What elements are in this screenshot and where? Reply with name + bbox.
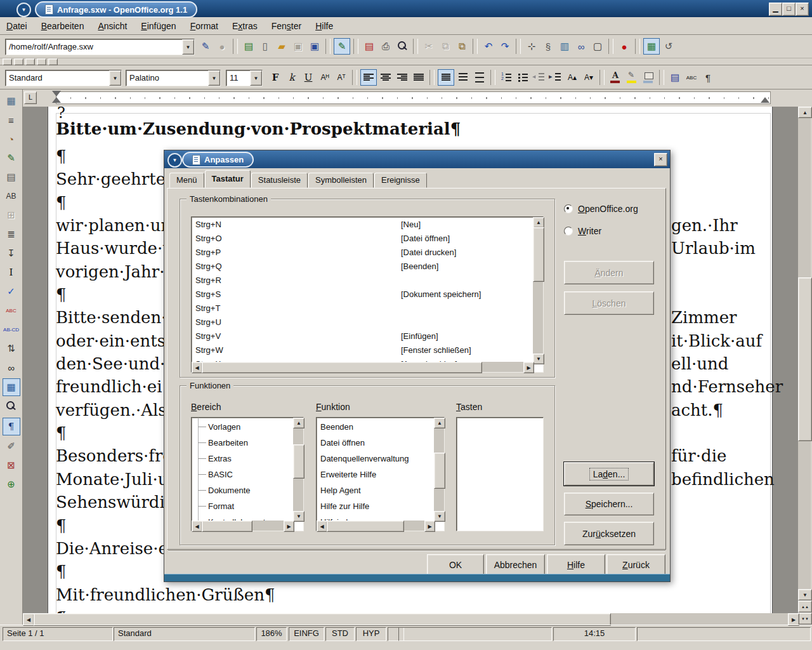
status-selection-mode[interactable]: STD: [325, 627, 355, 641]
radio-openoffice[interactable]: OpenOffice.org: [564, 204, 638, 214]
dialog-close-button[interactable]: ×: [654, 153, 667, 166]
shortcut-row[interactable]: Strg+R: [192, 274, 533, 288]
scrollbar-thumb[interactable]: [533, 227, 544, 282]
scroll-down-button[interactable]: ▼: [533, 354, 544, 364]
form-functions-icon[interactable]: ▤: [3, 169, 20, 185]
url-input[interactable]: /home/rolf/Anfrage.sxw: [6, 40, 182, 54]
indent-marker-bottom-icon[interactable]: [52, 97, 61, 103]
sort-icon[interactable]: ⇅: [3, 340, 20, 357]
status-hyperlink-mode[interactable]: HYP: [356, 627, 386, 641]
scrollbar-thumb[interactable]: [798, 277, 812, 441]
close-button[interactable]: ×: [796, 3, 809, 16]
save-all-icon[interactable]: ▣: [307, 39, 322, 54]
menu-hilfe[interactable]: Hilfe: [311, 20, 337, 32]
vertical-scrollbar[interactable]: ▲ ▼ ▲▲ ▼▼: [798, 107, 811, 625]
gallery-icon[interactable]: ▥: [557, 39, 572, 54]
scroll-right-button[interactable]: ▶: [424, 521, 435, 532]
scrollbar-thumb[interactable]: [293, 444, 304, 479]
change-button[interactable]: Ändern: [564, 261, 654, 284]
scrollbar-thumb[interactable]: [202, 521, 252, 532]
numbering-icon[interactable]: ≣: [3, 226, 20, 242]
list-hscrollbar[interactable]: ◀ ▶: [192, 521, 293, 531]
help-button[interactable]: Hilfe: [547, 554, 605, 575]
hyphenation-icon[interactable]: AB-CD: [3, 321, 20, 338]
shortcut-row[interactable]: Strg+Q [Beenden]: [192, 260, 533, 274]
cut-icon[interactable]: ✂: [421, 39, 436, 54]
data-sources-icon[interactable]: ▢: [590, 39, 605, 54]
data-sources-icon[interactable]: ▦: [3, 378, 20, 396]
decrease-indent-icon[interactable]: [532, 70, 547, 85]
list-item[interactable]: Kontrollelemente: [192, 514, 293, 521]
bereich-listbox[interactable]: VorlagenBearbeitenExtrasBASICDokumenteFo…: [191, 417, 304, 531]
new-doc-from-template-icon[interactable]: ▤: [241, 39, 256, 54]
tab-statusleiste[interactable]: Statusleiste: [251, 173, 308, 188]
save-button[interactable]: Speichern...: [564, 493, 654, 515]
load-button[interactable]: Laden...: [564, 462, 654, 486]
scroll-left-button[interactable]: ◀: [192, 521, 202, 532]
stylist-icon[interactable]: §: [540, 39, 556, 54]
delete-button[interactable]: Löschen: [564, 291, 654, 315]
status-pagestyle[interactable]: Standard: [114, 627, 255, 641]
find-replace-icon[interactable]: ∞: [3, 359, 20, 376]
scroll-left-button[interactable]: ◀: [192, 362, 202, 373]
list-item[interactable]: Erweiterte Hilfe: [317, 467, 434, 482]
fontsize-value[interactable]: 11: [226, 71, 250, 85]
scroll-down-button[interactable]: ▼: [434, 511, 445, 522]
numbered-list-icon[interactable]: [499, 70, 514, 85]
menu-extras[interactable]: Extras: [228, 20, 261, 32]
scrollbar-thumb[interactable]: [327, 521, 404, 532]
shortcut-row[interactable]: Strg+T: [192, 302, 533, 315]
funktion-listbox[interactable]: BeendenDatei öffnenDatenquellenverwaltun…: [316, 417, 445, 531]
list-item[interactable]: BASIC: [192, 467, 293, 482]
line-spacing-15-icon[interactable]: [455, 70, 471, 85]
insert-table-icon[interactable]: ▦: [3, 93, 20, 109]
toolbar-pen-handle-icon[interactable]: [37, 58, 46, 65]
list-item[interactable]: Format: [192, 498, 293, 514]
shortcut-row[interactable]: Strg+N [Neu]: [192, 218, 533, 232]
radio-button-icon[interactable]: [564, 227, 573, 235]
align-right-icon[interactable]: [395, 70, 410, 85]
fontsize-combobox[interactable]: 11 ▼: [226, 70, 263, 86]
maximize-button[interactable]: □: [782, 3, 796, 16]
scroll-up-button[interactable]: ▲: [798, 107, 812, 118]
style-combobox[interactable]: Standard ▼: [5, 70, 122, 86]
shortcuts-listbox[interactable]: Strg+N [Neu] Strg+O [Datei öffnen] Strg+…: [191, 216, 544, 373]
fontsize-dropdown-button[interactable]: ▼: [250, 70, 262, 86]
stop-loading-icon[interactable]: ●: [214, 39, 230, 54]
style-value[interactable]: Standard: [6, 71, 109, 85]
right-indent-marker-icon[interactable]: [761, 97, 769, 103]
shortcut-row[interactable]: Strg+W [Fenster schließen]: [192, 343, 533, 357]
zoom-icon[interactable]: [3, 399, 20, 415]
list-item[interactable]: Vorlagen: [192, 419, 293, 435]
italic-icon[interactable]: k: [284, 70, 299, 85]
url-combobox[interactable]: /home/rolf/Anfrage.sxw ▼: [5, 39, 195, 55]
hyperlink-dialog-icon[interactable]: ∞: [573, 39, 589, 54]
scroll-down-button[interactable]: ▼: [798, 589, 812, 600]
scroll-up-button[interactable]: ▲: [293, 418, 304, 428]
scroll-down-button[interactable]: ▼: [293, 511, 304, 522]
toolbar-handle-icon[interactable]: [25, 58, 35, 65]
menu-datei[interactable]: Datei: [3, 20, 31, 32]
dialog-menu-button[interactable]: ▼: [167, 153, 182, 168]
toolbar-handle-icon[interactable]: [48, 58, 58, 65]
toolbar-handle-icon[interactable]: [3, 58, 12, 65]
font-combobox[interactable]: Palatino ▼: [126, 70, 221, 86]
increase-font-icon[interactable]: A▴: [565, 70, 580, 85]
draw-functions-icon[interactable]: ✎: [3, 150, 20, 166]
spellcheck-icon[interactable]: ✓: [3, 283, 20, 300]
scroll-right-button[interactable]: ▶: [788, 613, 799, 626]
back-button[interactable]: Zurück: [606, 554, 665, 575]
list-item[interactable]: Hilfe zur Hilfe: [317, 498, 434, 514]
decrease-font-icon[interactable]: A▾: [581, 70, 596, 85]
shortcut-row[interactable]: Strg+O [Datei öffnen]: [192, 232, 533, 246]
move-down-icon[interactable]: ↧: [3, 245, 20, 262]
superscript-icon[interactable]: Aᴴ: [317, 70, 332, 85]
list-vscrollbar[interactable]: ▲ ▼: [533, 217, 543, 363]
list-item[interactable]: Dokumente: [192, 482, 293, 498]
save-document-icon[interactable]: ▣: [291, 39, 306, 54]
status-insert-mode[interactable]: EINFG: [289, 627, 324, 641]
tab-menue[interactable]: Menü: [169, 173, 204, 188]
tab-type-button[interactable]: L: [24, 91, 37, 104]
autoformat-icon[interactable]: ABC: [684, 70, 699, 85]
insert-fields-icon[interactable]: ≡: [3, 112, 20, 128]
